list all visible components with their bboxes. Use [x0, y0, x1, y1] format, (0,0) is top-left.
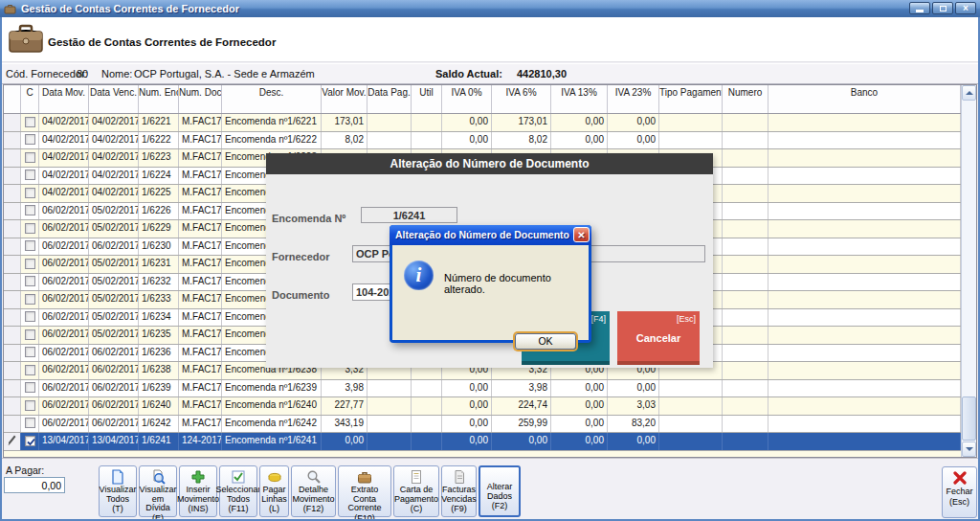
- scroll-thumb[interactable]: [962, 396, 976, 441]
- row-checkbox[interactable]: [21, 114, 39, 131]
- column-header[interactable]: IVA 6%: [492, 85, 551, 113]
- toolbar-button-visualizar-em-d-vida[interactable]: Visualizar em Dívida(E): [139, 465, 177, 517]
- toolbar-button-shortcut: (T): [112, 504, 123, 513]
- column-header[interactable]: C: [21, 85, 39, 113]
- cell: [412, 380, 442, 397]
- magnifier-icon: [306, 469, 322, 485]
- column-header[interactable]: Data Mov.: [39, 85, 89, 113]
- table-row[interactable]: 06/02/201706/02/20171/6240M.FAC1706Encom…: [4, 397, 961, 416]
- column-header[interactable]: [4, 85, 21, 113]
- cell: [768, 220, 961, 238]
- cell: 8,02: [492, 132, 551, 149]
- cell: [723, 291, 768, 308]
- message-box-title: Alteração do Número de Documento ✕: [390, 225, 591, 245]
- cell: Encomenda nº1/6221: [222, 114, 322, 131]
- cell: 06/02/2017: [39, 416, 89, 433]
- a-pagar-input[interactable]: [4, 477, 65, 493]
- row-checkbox[interactable]: [21, 185, 39, 202]
- cell: 1/6233: [139, 291, 179, 308]
- table-row[interactable]: 13/04/201713/04/20171/6241124-2017Encome…: [4, 433, 961, 451]
- cell: [723, 114, 768, 131]
- cell: [412, 132, 442, 149]
- toolbar-button-seleccionar-todos[interactable]: Seleccionar Todos(F11): [219, 465, 257, 517]
- scroll-down-icon[interactable]: [962, 442, 976, 457]
- column-header[interactable]: IVA 0%: [442, 85, 492, 113]
- toolbar-button-label: Seleccionar Todos: [215, 486, 260, 504]
- column-header[interactable]: Valor Mov.: [322, 85, 368, 113]
- toolbar-button-alterar-dados[interactable]: Alterar Dados(F2): [479, 465, 521, 517]
- cell: 06/02/2017: [39, 397, 89, 415]
- scroll-up-icon[interactable]: [962, 85, 976, 101]
- toolbar-button-carta-de-pagamento[interactable]: Carta de Pagamento(C): [393, 465, 439, 517]
- row-checkbox[interactable]: [21, 362, 39, 379]
- row-checkbox[interactable]: [21, 238, 39, 256]
- table-row[interactable]: 04/02/201704/02/20171/6222M.FAC1706Encom…: [4, 132, 961, 150]
- cancelar-button[interactable]: [Esc] Cancelar: [617, 311, 700, 365]
- fechar-button[interactable]: Fechar (Esc): [942, 466, 977, 518]
- row-checkbox[interactable]: [21, 380, 39, 397]
- column-header[interactable]: Data Pag.: [368, 85, 412, 113]
- row-checkbox[interactable]: [21, 327, 39, 344]
- row-checkbox[interactable]: [21, 132, 39, 149]
- column-header[interactable]: Tipo Pagamento: [659, 85, 723, 113]
- toolbar-button-shortcut: (F11): [229, 504, 249, 513]
- cancelar-shortcut: [Esc]: [677, 314, 696, 324]
- cell: [768, 274, 961, 291]
- row-checkbox[interactable]: [21, 168, 39, 185]
- toolbar-button-label: Visualizar Todos: [100, 486, 137, 504]
- toolbar-button-inserir-movimento[interactable]: Inserir Movimento(INS): [179, 465, 217, 517]
- row-checkbox[interactable]: [21, 274, 39, 291]
- encomenda-label: Encomenda Nº: [272, 213, 345, 224]
- cell: 224,74: [492, 397, 551, 415]
- column-header[interactable]: Desc.: [222, 85, 322, 113]
- cell: [768, 309, 961, 327]
- cell: 04/02/2017: [39, 149, 89, 167]
- column-header[interactable]: IVA 13%: [551, 85, 608, 113]
- toolbar-button-visualizar-todos[interactable]: Visualizar Todos(T): [99, 465, 137, 517]
- column-header[interactable]: Numero: [723, 85, 768, 113]
- page-title: Gestão de Contas Correntes de Fornecedor: [48, 36, 276, 48]
- coins-icon: [267, 469, 282, 485]
- toolbar-button-detalhe-movimento[interactable]: Detalhe Movimento(F12): [291, 465, 336, 517]
- row-checkbox[interactable]: [21, 309, 39, 327]
- row-checkbox[interactable]: [21, 433, 39, 450]
- cell: [723, 256, 768, 273]
- row-checkbox[interactable]: [21, 220, 39, 238]
- briefcase-icon: [8, 22, 44, 55]
- toolbar-button-extrato-conta-corrente[interactable]: Extrato Conta Corrente(F10): [338, 465, 391, 517]
- cell: 0,00: [492, 433, 551, 450]
- column-header[interactable]: IVA 23%: [608, 85, 659, 113]
- row-checkbox[interactable]: [21, 397, 39, 415]
- cell: 04/02/2017: [39, 132, 89, 149]
- row-checkbox[interactable]: [21, 345, 39, 362]
- cell: 06/02/2017: [89, 362, 139, 379]
- encomenda-input[interactable]: [361, 207, 457, 223]
- close-button[interactable]: ×: [955, 2, 976, 14]
- message-close-icon[interactable]: ✕: [573, 227, 590, 242]
- column-header[interactable]: Data Venc.: [89, 85, 139, 113]
- table-row[interactable]: 06/02/201706/02/20171/6242M.FAC1706Encom…: [4, 416, 961, 434]
- row-checkbox[interactable]: [21, 416, 39, 433]
- row-checkbox[interactable]: [21, 203, 39, 220]
- info-icon: i: [404, 260, 434, 290]
- toolbar-button-facturas-vencidas[interactable]: Facturas Vencidas(F9): [441, 465, 477, 517]
- minimize-button[interactable]: [909, 2, 930, 14]
- cell: 1/6239: [139, 380, 179, 397]
- row-checkbox[interactable]: [21, 291, 39, 308]
- ok-button[interactable]: OK: [515, 333, 576, 350]
- column-header[interactable]: Banco: [768, 85, 961, 113]
- cell: 05/02/2017: [89, 327, 139, 344]
- cell: M.FAC1706: [179, 291, 222, 308]
- column-header[interactable]: Num. Doc.: [179, 85, 222, 113]
- restore-button[interactable]: [932, 2, 953, 14]
- cell: [412, 114, 442, 131]
- toolbar-button-pagar-linhas[interactable]: Pagar Linhas(L): [259, 465, 289, 517]
- table-row[interactable]: 06/02/201706/02/20171/6239M.FAC1706Encom…: [4, 380, 961, 398]
- table-row[interactable]: 04/02/201704/02/20171/6221M.FAC1706Encom…: [4, 114, 961, 132]
- column-header[interactable]: Util: [412, 85, 442, 113]
- vertical-scrollbar[interactable]: [961, 85, 976, 457]
- column-header[interactable]: Num. Enc.: [139, 85, 179, 113]
- row-gutter: [4, 203, 21, 220]
- row-checkbox[interactable]: [21, 149, 39, 167]
- row-checkbox[interactable]: [21, 256, 39, 273]
